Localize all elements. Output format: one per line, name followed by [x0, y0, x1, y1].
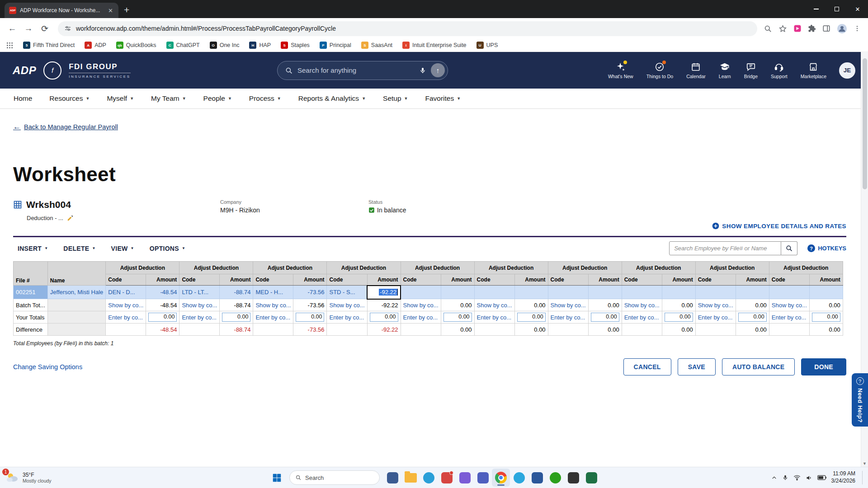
maximize-button[interactable] [826, 0, 847, 18]
word-app-icon[interactable] [528, 469, 546, 487]
your-total-input[interactable]: 0.00 [443, 313, 472, 322]
done-button[interactable]: DONE [801, 358, 846, 375]
bookmark-hap[interactable]: HHAP [249, 42, 271, 49]
microphone-icon[interactable] [782, 474, 788, 481]
chrome-browser-icon[interactable] [492, 469, 510, 487]
quick-link-calendar[interactable]: Calendar [686, 62, 706, 79]
scroll-down-icon[interactable]: ▼ [861, 461, 868, 466]
quick-link-things-to-do[interactable]: Things to Do [646, 62, 674, 79]
global-search[interactable]: Search for anything ↑ [277, 61, 448, 80]
taskbar-search[interactable]: Search [289, 470, 380, 485]
delete-menu[interactable]: DELETE▼ [63, 245, 95, 252]
your-total-input[interactable]: 0.00 [517, 313, 546, 322]
show-by-code-link[interactable]: Show by co... [695, 299, 736, 311]
employee-name[interactable]: Jefferson, Misti Hale [47, 286, 106, 299]
hidden-icons-chevron[interactable] [771, 475, 777, 481]
teams-app-icon[interactable] [474, 469, 492, 487]
deduction-code-cell[interactable] [474, 286, 514, 299]
show-by-code-link[interactable]: Show by co... [474, 299, 514, 311]
deduction-amount-cell[interactable] [514, 286, 548, 299]
bookmark-quickbooks[interactable]: qbQuickBooks [116, 42, 156, 49]
refresh-icon[interactable]: ⟳ [38, 23, 52, 34]
change-saving-options-link[interactable]: Change Saving Options [13, 363, 82, 371]
tab-close-icon[interactable]: ✕ [107, 7, 114, 14]
wifi-icon[interactable] [793, 474, 801, 481]
volume-icon[interactable] [806, 474, 812, 481]
deduction-amount-cell[interactable] [809, 286, 843, 299]
new-tab-button[interactable]: + [124, 5, 129, 14]
auto-balance-button[interactable]: AUTO BALANCE [722, 358, 795, 375]
bookmark-chatgpt[interactable]: CChatGPT [166, 42, 200, 49]
photos-app-icon[interactable] [456, 469, 474, 487]
deduction-code-cell[interactable]: DEN - D... [106, 286, 146, 299]
deduction-code-cell[interactable] [548, 286, 588, 299]
show-desktop-button[interactable] [862, 471, 863, 484]
enter-by-code-link[interactable]: Enter by co... [179, 311, 220, 324]
bookmark-principal[interactable]: PPrincipal [320, 42, 351, 49]
extensions-icon[interactable] [808, 24, 816, 33]
start-button[interactable] [268, 469, 286, 487]
your-total-input[interactable]: 0.00 [148, 313, 177, 322]
enter-by-code-link[interactable]: Enter by co... [769, 311, 809, 324]
mail-app-icon[interactable] [438, 469, 456, 487]
zoom-icon[interactable] [764, 24, 772, 33]
menu-icon[interactable] [854, 25, 861, 32]
deduction-amount-cell[interactable] [588, 286, 622, 299]
messaging-app-icon[interactable] [510, 469, 528, 487]
your-total-input[interactable]: 0.00 [812, 313, 840, 322]
employee-row[interactable]: 002251Jefferson, Misti HaleDEN - D...-48… [14, 286, 843, 299]
browser-tab[interactable]: ADP ADP Workforce Now - Workshe... ✕ [5, 3, 118, 18]
deduction-code-cell[interactable]: LTD - LT... [179, 286, 220, 299]
bookmark-staples[interactable]: SStaples [281, 42, 310, 49]
deduction-amount-cell[interactable] [736, 286, 769, 299]
edit-pencil-icon[interactable] [67, 215, 73, 221]
nav-item-setup[interactable]: Setup▼ [383, 94, 408, 103]
excel-app-icon[interactable] [582, 469, 600, 487]
enter-by-code-link[interactable]: Enter by co... [622, 311, 662, 324]
bookmark-fifth-third-direct[interactable]: 5Fifth Third Direct [23, 42, 75, 49]
scrollbar-thumb[interactable] [863, 58, 867, 189]
minimize-button[interactable] [806, 0, 826, 18]
apps-grid-icon[interactable] [6, 42, 13, 49]
nav-item-home[interactable]: Home [14, 94, 32, 103]
options-menu[interactable]: OPTIONS▼ [150, 245, 185, 252]
show-by-code-link[interactable]: Show by co... [253, 299, 293, 311]
show-by-code-link[interactable]: Show by co... [179, 299, 220, 311]
file-explorer-icon[interactable] [401, 469, 420, 487]
edge-browser-icon[interactable] [420, 469, 438, 487]
forward-icon[interactable]: → [22, 23, 35, 33]
your-total-input[interactable]: 0.00 [738, 313, 767, 322]
desktop-app-icon[interactable] [383, 469, 401, 487]
deduction-code-cell[interactable]: MED - H... [253, 286, 293, 299]
insert-menu[interactable]: INSERT▼ [18, 245, 48, 252]
show-employee-details-link[interactable]: SHOW EMPLOYEE DETAILS AND RATES [712, 222, 846, 230]
show-by-code-link[interactable]: Show by co... [327, 299, 367, 311]
bookmark-star-icon[interactable] [778, 24, 787, 33]
address-bar[interactable]: workforcenow.adp.com/theme/admin.html#/P… [58, 21, 757, 36]
nav-item-people[interactable]: People▼ [203, 94, 232, 103]
your-total-input[interactable]: 0.00 [370, 313, 398, 322]
your-total-input[interactable]: 0.00 [222, 313, 250, 322]
enter-by-code-link[interactable]: Enter by co... [253, 311, 293, 324]
nav-item-my-team[interactable]: My Team▼ [151, 94, 186, 103]
cancel-button[interactable]: CANCEL [623, 358, 671, 375]
deduction-code-cell[interactable] [769, 286, 809, 299]
deduction-code-cell[interactable]: STD - S... [327, 286, 367, 299]
show-by-code-link[interactable]: Show by co... [769, 299, 809, 311]
show-by-code-link[interactable]: Show by co... [622, 299, 662, 311]
user-avatar[interactable]: JE [839, 62, 855, 79]
bookmark-ups[interactable]: UUPS [476, 42, 498, 49]
enter-by-code-link[interactable]: Enter by co... [695, 311, 736, 324]
quick-link-marketplace[interactable]: Marketplace [801, 62, 826, 79]
pink-extension-icon[interactable] [793, 24, 802, 33]
bookmark-adp[interactable]: AADP [85, 42, 106, 49]
show-by-code-link[interactable]: Show by co... [106, 299, 146, 311]
site-settings-icon[interactable] [64, 25, 71, 32]
enter-by-code-link[interactable]: Enter by co... [327, 311, 367, 324]
enter-by-code-link[interactable]: Enter by co... [548, 311, 588, 324]
nav-item-myself[interactable]: Myself▼ [107, 94, 134, 103]
hotkeys-link[interactable]: ? HOTKEYS [807, 244, 846, 252]
quickbooks-app-icon[interactable] [546, 469, 564, 487]
quick-link-learn[interactable]: Learn [719, 62, 731, 79]
nav-item-resources[interactable]: Resources▼ [49, 94, 90, 103]
